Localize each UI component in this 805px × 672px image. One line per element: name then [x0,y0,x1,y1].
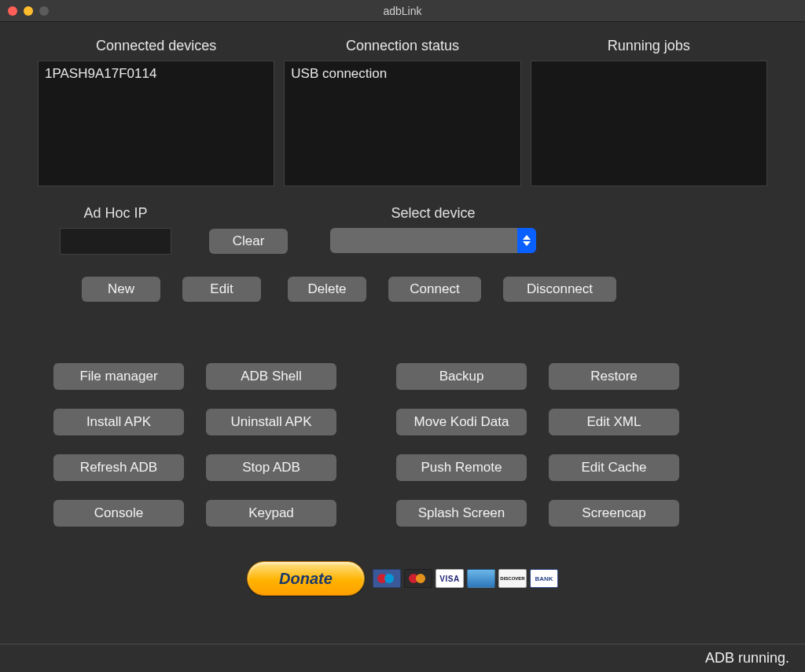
status-text: ADB running. [705,650,789,666]
stop-adb-button[interactable]: Stop ADB [206,454,336,481]
clear-button[interactable]: Clear [209,229,288,254]
titlebar: adbLink [0,0,805,22]
connected-devices-panel: Connected devices 1PASH9A17F0114 [38,38,274,186]
select-device-dropdown[interactable] [330,228,536,253]
adhoc-ip-label: Ad Hoc IP [83,205,147,222]
file-manager-button[interactable]: File manager [53,363,184,390]
connection-status-label: Connection status [346,38,459,54]
connect-button[interactable]: Connect [388,277,481,302]
push-remote-button[interactable]: Push Remote [396,454,527,481]
new-button[interactable]: New [82,277,160,302]
connection-status-list[interactable]: USB connection [284,61,520,186]
splash-screen-button[interactable]: Splash Screen [396,500,527,527]
visa-card-icon: VISA [436,569,464,588]
console-button[interactable]: Console [53,500,184,527]
chevron-up-down-icon [517,228,536,253]
bank-card-icon: BANK [530,569,558,588]
running-jobs-label: Running jobs [608,38,690,54]
connection-status-panel: Connection status USB connection [284,38,520,186]
running-jobs-list[interactable] [531,61,767,186]
edit-xml-button[interactable]: Edit XML [549,409,679,435]
maestro-card-icon [373,569,401,588]
backup-button[interactable]: Backup [396,363,527,390]
window-title: adbLink [0,5,805,17]
window-controls [0,6,49,16]
refresh-adb-button[interactable]: Refresh ADB [53,454,184,481]
connected-devices-label: Connected devices [96,38,216,54]
keypad-button[interactable]: Keypad [206,500,336,527]
edit-cache-button[interactable]: Edit Cache [549,454,679,481]
uninstall-apk-button[interactable]: Uninstall APK [206,409,336,435]
amex-card-icon [467,569,495,588]
device-item[interactable]: 1PASH9A17F0114 [45,66,267,82]
payment-cards: VISA DISCOVER BANK [373,569,558,588]
discover-card-icon: DISCOVER [498,569,527,588]
donate-button[interactable]: Donate [247,561,365,596]
edit-button[interactable]: Edit [182,277,261,302]
screencap-button[interactable]: Screencap [549,500,679,527]
install-apk-button[interactable]: Install APK [53,409,184,435]
delete-button[interactable]: Delete [288,277,366,302]
select-device-value [330,228,517,253]
select-device-label: Select device [391,205,475,222]
restore-button[interactable]: Restore [549,363,679,390]
connected-devices-list[interactable]: 1PASH9A17F0114 [38,61,274,186]
minimize-window-button[interactable] [24,6,33,16]
move-kodi-data-button[interactable]: Move Kodi Data [396,409,527,435]
statusbar: ADB running. [0,644,805,672]
running-jobs-panel: Running jobs [531,38,767,186]
maximize-window-button[interactable] [39,6,49,16]
adhoc-ip-input[interactable] [60,228,171,255]
status-item: USB connection [291,66,513,82]
mastercard-icon [404,569,432,588]
disconnect-button[interactable]: Disconnect [503,277,616,302]
adb-shell-button[interactable]: ADB Shell [206,363,336,390]
close-window-button[interactable] [8,6,17,16]
